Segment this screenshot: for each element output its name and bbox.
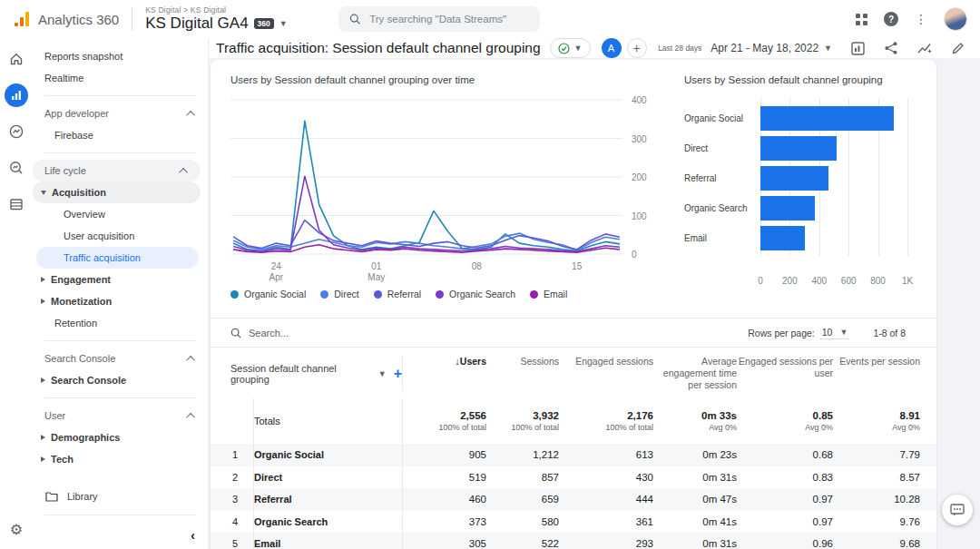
table-search-input[interactable] (249, 328, 412, 338)
sidebar-item-search-console[interactable]: Search Console (33, 369, 208, 391)
sidebar-item-user-acquisition[interactable]: User acquisition (33, 225, 208, 247)
totals-value: 3,932 (486, 410, 559, 421)
column-header-events-per-session[interactable]: Events per session (833, 356, 920, 368)
global-search[interactable] (338, 6, 540, 32)
configure-icon[interactable] (5, 192, 28, 216)
sidebar-section-life-cycle[interactable]: Life cycle (33, 160, 201, 181)
column-header-users[interactable]: ↓Users (403, 356, 486, 368)
cell-channel: Organic Social (254, 444, 403, 466)
cell-users: 460 (403, 494, 486, 505)
rows-per-page-label: Rows per page: (748, 328, 815, 338)
caret-right-icon (41, 377, 45, 383)
sidebar-divider (44, 340, 196, 341)
sidebar-item-retention[interactable]: Retention (33, 312, 208, 334)
totals-label: Totals (254, 398, 403, 444)
table-search[interactable] (230, 328, 748, 338)
insights-icon[interactable] (916, 41, 933, 55)
bar-organic-search (760, 196, 815, 221)
sidebar-item-traffic-acquisition[interactable]: Traffic acquisition (36, 247, 199, 269)
y-tick-label: 200 (632, 172, 647, 182)
legend-dot-icon (374, 290, 382, 299)
totals-value: 8.91 (833, 410, 920, 421)
bar-category-label: Direct (684, 143, 753, 153)
totals-subtext: Avg 0% (737, 423, 833, 432)
date-range-picker[interactable]: Apr 21 - May 18, 2022 ▼ (710, 42, 832, 54)
legend-item: Email (530, 289, 567, 299)
legend-item: Organic Search (436, 289, 515, 299)
analytics-logo-icon[interactable] (15, 12, 29, 26)
top-bar: Analytics 360 KS Digital > KS Digital KS… (0, 0, 980, 38)
chevron-down-icon: ▼ (378, 369, 387, 378)
cell-users: 373 (403, 516, 486, 527)
sidebar-item-engagement[interactable]: Engagement (33, 269, 208, 290)
share-icon[interactable] (884, 41, 898, 55)
add-collaborator-button[interactable]: + (627, 38, 647, 58)
sidebar-item-tech[interactable]: Tech (33, 448, 208, 470)
cell-events-per-session: 9.68 (833, 538, 920, 549)
global-search-input[interactable] (369, 14, 529, 25)
table-row: 3Referral4606594440m 47s0.9710.28 (211, 488, 936, 511)
cell-sessions: 522 (486, 538, 559, 549)
cell-engaged-sessions-per-user: 0.96 (737, 538, 833, 549)
cell-events-per-session: 9.76 (833, 516, 920, 527)
x-tick-label: 600 (841, 276, 857, 286)
edit-pencil-icon[interactable] (951, 41, 965, 55)
user-avatar[interactable] (944, 7, 967, 31)
help-icon[interactable]: ? (884, 12, 898, 26)
sidebar-item-acquisition[interactable]: Acquisition (33, 181, 201, 203)
add-dimension-button[interactable]: + (394, 367, 402, 381)
apps-grid-icon[interactable] (856, 14, 867, 25)
totals-value: 2,556 (403, 410, 486, 421)
advertising-icon[interactable] (5, 156, 28, 180)
home-icon[interactable] (5, 47, 28, 71)
table-row: 2Direct5198574300m 31s0.838.57 (211, 466, 936, 489)
account-switcher[interactable]: KS Digital > KS Digital KS Digital GA4 3… (145, 5, 288, 33)
sidebar-section-search-console[interactable]: Search Console (33, 348, 208, 369)
rows-per-page-select[interactable]: 10 ▼ (820, 327, 850, 339)
column-header-engagement-rate[interactable]: Engagement rate (920, 356, 936, 368)
explore-icon[interactable] (5, 120, 28, 143)
column-header-engaged-sessions-per-user[interactable]: Engaged sessions per user (737, 356, 833, 379)
admin-gear-icon[interactable]: ⚙ (10, 521, 23, 538)
sidebar-item-realtime[interactable]: Realtime (33, 67, 208, 89)
cell-events-per-session: 8.57 (833, 472, 920, 483)
edit-comparison-icon[interactable] (850, 41, 866, 56)
sidebar-item-demographics[interactable]: Demographics (33, 426, 208, 448)
chevron-down-icon: ▼ (574, 44, 583, 53)
chevron-down-icon: ▼ (824, 44, 832, 53)
column-header-sessions[interactable]: Sessions (486, 356, 559, 368)
line-series-organic-social (233, 121, 620, 250)
legend-label: Organic Search (449, 289, 515, 299)
bar-category-label: Referral (684, 173, 753, 183)
collapse-sidebar-icon[interactable]: ‹ (33, 522, 208, 549)
bar-track (760, 196, 907, 221)
bar-category-label: Email (684, 233, 753, 243)
chevron-down-icon: ▼ (839, 328, 848, 337)
cell-channel: Direct (254, 466, 403, 489)
column-header-engaged-sessions[interactable]: Engaged sessions (559, 356, 653, 368)
y-tick-label: 300 (632, 134, 647, 144)
cell-engaged-sessions-per-user: 0.97 (737, 516, 833, 527)
more-vert-icon[interactable]: ⋮ (915, 13, 927, 25)
sidebar-section-app-developer[interactable]: App developer (33, 103, 208, 124)
cell-channel: Email (254, 533, 403, 549)
sidebar-item-library[interactable]: Library (33, 485, 208, 508)
sidebar-item-overview[interactable]: Overview (33, 203, 208, 225)
sidebar-item-monetization[interactable]: Monetization (33, 290, 208, 312)
report-status-chip[interactable]: ▼ (550, 38, 591, 58)
sidebar-item-firebase[interactable]: Firebase (33, 124, 208, 146)
sidebar-item-reports-snapshot[interactable]: Reports snapshot (33, 45, 208, 67)
row-number: 2 (230, 466, 254, 489)
feedback-button[interactable] (942, 495, 973, 525)
sidebar-section-user[interactable]: User (33, 405, 208, 426)
reports-icon[interactable] (5, 83, 28, 107)
cell-engaged-sessions-per-user: 0.83 (737, 472, 833, 483)
search-icon (230, 328, 241, 338)
report-header: Traffic acquisition: Session default cha… (209, 38, 980, 58)
column-header-avg-engagement-time[interactable]: Average engagement time per session (653, 356, 737, 391)
x-tick-label: 15 (572, 261, 582, 272)
breadcrumb: KS Digital > KS Digital (145, 5, 288, 15)
collaborator-badge[interactable]: A (602, 38, 622, 58)
caret-right-icon (41, 456, 45, 462)
dimension-header[interactable]: Session default channel grouping ▼ + (230, 356, 403, 391)
